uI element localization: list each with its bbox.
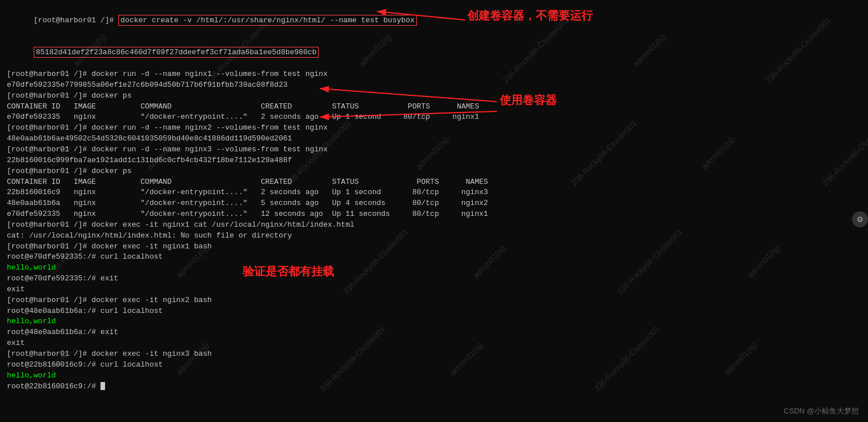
line-row-1: e70dfe592335 nginx "/docker-entrypoint..… bbox=[7, 112, 861, 123]
line-25: hello,world bbox=[7, 371, 861, 381]
line-2: 85182d41def2f23a8c86c460d7f09f27ddeefef3… bbox=[7, 37, 861, 70]
gear-button[interactable]: ⚙ bbox=[852, 211, 868, 227]
line-7: 48e0aab61b6ae49502c54d5328c6041035059bd4… bbox=[7, 134, 861, 144]
line-row-4: e70dfe592335 nginx "/docker-entrypoint..… bbox=[7, 209, 861, 220]
cmd-1: docker create -v /html/:/usr/share/nginx… bbox=[118, 15, 417, 26]
terminal: [root@harbor01 /]# docker create -v /htm… bbox=[0, 0, 868, 422]
line-19: root@48e0aab61b6a:/# curl localhost bbox=[7, 306, 861, 317]
line-11: [root@harbor01 /]# docker exec -it nginx… bbox=[7, 220, 861, 231]
line-20: hello,world bbox=[7, 316, 861, 327]
line-10: [root@harbor01 /]# docker ps bbox=[7, 166, 861, 177]
line-6: [root@harbor01 /]# docker run -d --name … bbox=[7, 123, 861, 134]
line-header-1: CONTAINER ID IMAGE COMMAND CREATED STATU… bbox=[7, 102, 861, 112]
line-23: [root@harbor01 /]# docker exec -it nginx… bbox=[7, 349, 861, 360]
prompt-1: [root@harbor01 /]# bbox=[34, 16, 118, 25]
line-row-3: 48e0aab61b6a nginx "/docker-entrypoint..… bbox=[7, 198, 861, 209]
line-4: e70dfe592335e7799855a06ef1e27c6b094d50b7… bbox=[7, 80, 861, 91]
csdn-label: CSDN @小鲸鱼大梦想 bbox=[783, 406, 859, 416]
line-21: root@48e0aab61b6a:/# exit bbox=[7, 327, 861, 338]
line-14: root@e70dfe592335:/# curl localhost bbox=[7, 252, 861, 263]
line-8: [root@harbor01 /]# docker run -d --name … bbox=[7, 144, 861, 155]
annotation-create-container: 创建卷容器，不需要运行 bbox=[467, 8, 593, 23]
line-13: [root@harbor01 /]# docker exec -it nginx… bbox=[7, 242, 861, 252]
line-22: exit bbox=[7, 338, 861, 349]
line-5: [root@harbor01 /]# docker ps bbox=[7, 91, 861, 102]
line-16: root@e70dfe592335:/# exit bbox=[7, 274, 861, 284]
line-12: cat: /usr/local/nginx/html/index.html: N… bbox=[7, 231, 861, 242]
line-row-2: 22b8160016c9 nginx "/docker-entrypoint..… bbox=[7, 187, 861, 198]
line-15: hello,world bbox=[7, 263, 861, 274]
line-3: [root@harbor01 /]# docker run -d --name … bbox=[7, 69, 861, 80]
line-9: 22b8160016c999fba7ae1921add1c131bd6c0cfb… bbox=[7, 155, 861, 166]
terminal-content: [root@harbor01 /]# docker create -v /htm… bbox=[7, 5, 861, 392]
annotation-use-container: 使用卷容器 bbox=[500, 93, 557, 108]
line-header-2: CONTAINER ID IMAGE COMMAND CREATED STATU… bbox=[7, 177, 861, 188]
line-17: exit bbox=[7, 284, 861, 295]
annotation-verify-mount: 验证是否都有挂载 bbox=[243, 264, 334, 279]
line-1: [root@harbor01 /]# docker create -v /htm… bbox=[7, 5, 861, 37]
line-26: root@22b8160016c9:/# bbox=[7, 381, 861, 392]
line-24: root@22b8160016c9:/# curl localhost bbox=[7, 360, 861, 371]
line-18: [root@harbor01 /]# docker exec -it nginx… bbox=[7, 295, 861, 306]
